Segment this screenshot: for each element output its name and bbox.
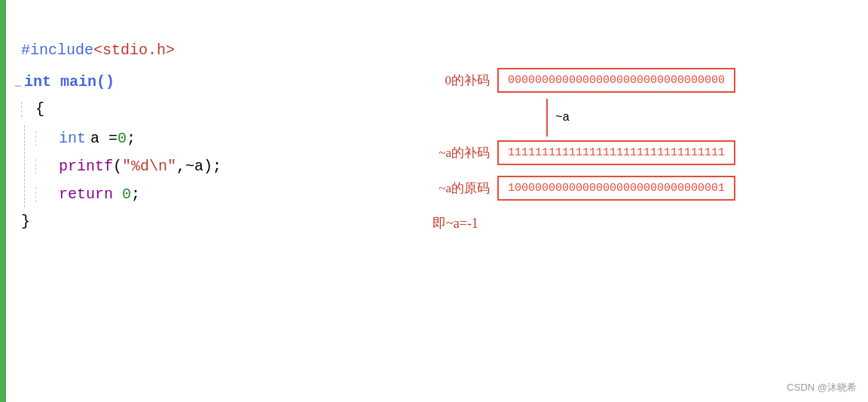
arrow-label: ~a <box>555 111 570 124</box>
collapse-icon[interactable]: ⎯ <box>15 74 21 91</box>
brace-open-line: { <box>21 97 399 122</box>
printf-tilda-a: ~a <box>185 153 203 180</box>
dashed-v-line <box>21 102 22 117</box>
int-keyword: int main() <box>24 69 115 95</box>
int-keyword-2: int <box>59 125 86 152</box>
page-container: #include<stdio.h> ⎯ int main() { int a = <box>0 0 868 402</box>
inner-dashed-line-3 <box>35 187 36 202</box>
line-return: return 0 ; <box>35 181 399 207</box>
val-zero: 0 <box>118 125 127 152</box>
code-panel: #include<stdio.h> ⎯ int main() { int a = <box>0 0 399 402</box>
brace-close-line: } <box>21 209 399 235</box>
main-line-wrapper: ⎯ int main() <box>15 69 399 95</box>
include-keyword: #include <box>21 41 93 59</box>
include-bracket-open: < <box>93 41 102 59</box>
result-text: 即~a=-1 <box>432 214 853 232</box>
printf-str: "%d\n" <box>122 153 176 180</box>
zero-complement-label: 0的补码 <box>429 72 490 89</box>
return-semi: ; <box>131 181 140 207</box>
tilda-original-box: 10000000000000000000000000000001 <box>497 176 735 201</box>
brace-open: { <box>35 100 44 118</box>
include-line: #include<stdio.h> <box>21 38 399 63</box>
inner-dashed-line-2 <box>35 159 36 174</box>
printf-close: ); <box>203 153 222 180</box>
zero-complement-box: 00000000000000000000000000000000 <box>497 68 735 93</box>
tilda-original-label: ~a的原码 <box>429 180 490 197</box>
var-a-decl: a = <box>90 125 118 152</box>
arrow-line <box>546 99 548 137</box>
code-inner-block: int a = 0 ; printf ( "%d\n" , ~a ); <box>24 125 399 207</box>
tilda-original-row: ~a的原码 10000000000000000000000000000001 <box>429 176 853 201</box>
tilda-complement-label: ~a的补码 <box>429 144 490 161</box>
tilda-complement-row: ~a的补码 11111111111111111111111111111111 <box>429 140 853 165</box>
printf-comma: , <box>176 153 185 180</box>
tilda-complement-box: 11111111111111111111111111111111 <box>497 140 735 165</box>
brace-close: } <box>21 213 30 230</box>
return-val: 0 <box>122 181 131 207</box>
line-int-a: int a = 0 ; <box>35 125 399 152</box>
semi1: ; <box>127 125 136 152</box>
printf-keyword: printf <box>59 153 113 180</box>
zero-complement-row: 0的补码 00000000000000000000000000000000 <box>429 68 853 93</box>
watermark: CSDN @沐晓希 <box>787 381 857 394</box>
green-sidebar-bar <box>0 0 6 402</box>
include-lib: stdio.h <box>102 41 166 59</box>
line-printf: printf ( "%d\n" , ~a ); <box>35 153 399 180</box>
return-space <box>113 181 122 207</box>
printf-open: ( <box>113 153 122 180</box>
include-bracket-close: > <box>166 41 175 59</box>
inner-dashed-line <box>35 131 36 146</box>
return-keyword: return <box>59 181 113 207</box>
arrow-section: ~a <box>546 99 853 137</box>
diagram-panel: 0的补码 00000000000000000000000000000000 ~a… <box>399 0 868 402</box>
code-area: #include<stdio.h> ⎯ int main() { int a = <box>14 23 399 235</box>
